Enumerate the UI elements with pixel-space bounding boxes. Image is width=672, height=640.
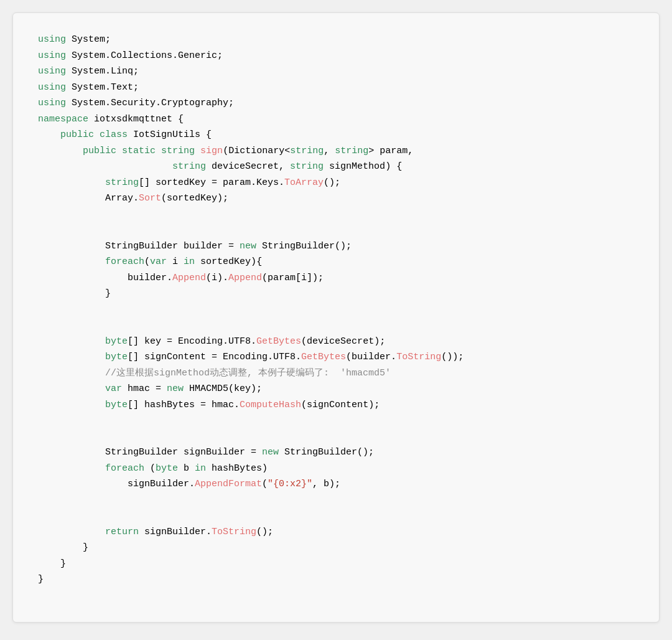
code-container: using System; using System.Collections.G… bbox=[12, 12, 660, 623]
code-block: using System; using System.Collections.G… bbox=[38, 32, 634, 588]
